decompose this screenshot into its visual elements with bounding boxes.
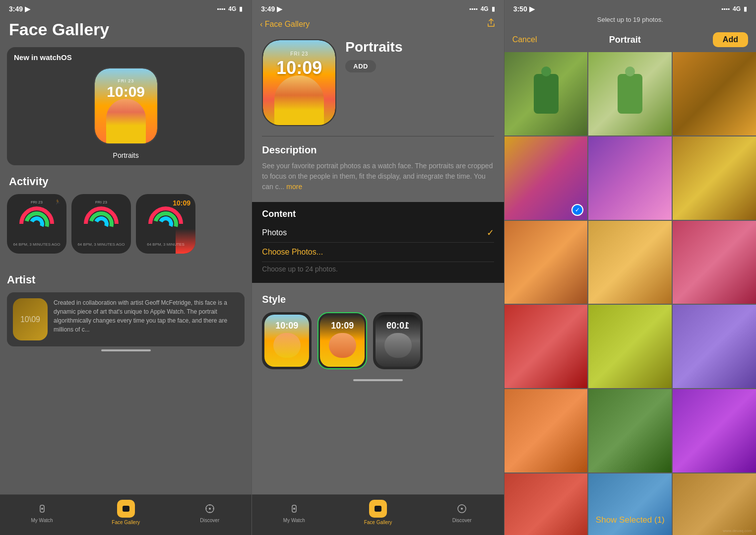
photo-cell-1[interactable] <box>504 52 588 135</box>
description-text: See your favorite portrait photos as a w… <box>252 159 504 198</box>
nav-facegallery-label-1: Face Gallery <box>112 520 140 525</box>
activity-rings-1 <box>19 206 54 241</box>
photo-cell-10[interactable] <box>504 305 588 388</box>
photo-cell-7[interactable] <box>504 221 588 304</box>
nav-facegallery-label-2: Face Gallery <box>364 520 392 525</box>
p3-add-button[interactable]: Add <box>713 32 748 47</box>
artist-section-title: Artist <box>7 264 245 292</box>
artist-card[interactable]: 10\09 Created in collaboration with arti… <box>7 292 245 346</box>
activity-rings-2 <box>84 206 119 241</box>
location-icon-3: ▶ <box>529 5 535 13</box>
panel-photo-picker: 3:50 ▶ ▪▪▪▪ 4G ▮ Select up to 19 photos.… <box>504 0 756 535</box>
svg-point-1 <box>41 508 43 510</box>
scroll-indicator-2 <box>353 379 403 381</box>
content-title: Content <box>262 209 494 219</box>
nav-discover-label-1: Discover <box>200 518 219 523</box>
activity-row: FRI 23 🏃 64 BPM, 3 MINUTES AGO FRI 23 64… <box>0 194 252 254</box>
status-bar-1: 3:49 ▶ ▪▪▪▪ 4G ▮ <box>0 0 252 16</box>
signal-icon: ▪▪▪▪ <box>217 5 225 12</box>
battery-icon-3: ▮ <box>744 5 747 12</box>
style-watch-2[interactable]: 10:09 <box>317 312 367 369</box>
style-title: Style <box>262 294 494 305</box>
discover-icon-1 <box>203 502 217 516</box>
p3-header: Cancel Portrait Add <box>504 28 756 52</box>
signal-icon-3: ▪▪▪▪ <box>721 5 730 12</box>
photo-cell-15[interactable] <box>673 389 756 472</box>
battery-icon-2: ▮ <box>492 5 495 12</box>
svg-point-3 <box>125 508 127 510</box>
nav-mywatch-label-2: My Watch <box>283 518 305 523</box>
svg-point-5 <box>209 508 211 510</box>
watermark: www.deuaq.com <box>723 529 752 533</box>
artist-section: Artist 10\09 Created in collaboration wi… <box>0 254 252 346</box>
back-button[interactable]: ‹ Face Gallery <box>260 20 310 29</box>
chevron-left-icon: ‹ <box>260 20 262 29</box>
status-icons-1: ▪▪▪▪ 4G ▮ <box>217 5 243 12</box>
photo-cell-12[interactable] <box>673 305 756 388</box>
nav-mywatch-2[interactable]: My Watch <box>279 502 309 523</box>
nav-discover-2[interactable]: Discover <box>447 502 477 523</box>
style-watch-3[interactable]: 10:09 <box>373 312 423 369</box>
photo-cell-13[interactable] <box>504 389 588 472</box>
photos-option-row[interactable]: Photos ✓ <box>262 223 494 242</box>
show-selected-button[interactable]: Show Selected (1) <box>504 515 756 525</box>
p2-title-area: Portraits ADD <box>345 39 402 72</box>
photos-option: Photos <box>262 228 287 237</box>
activity-section-title: Activity <box>0 165 252 194</box>
photo-cell-3[interactable] <box>673 52 756 135</box>
photo-cell-5[interactable] <box>588 136 672 220</box>
page-title-1: Face Gallery <box>0 16 252 47</box>
activity-watch-1[interactable]: FRI 23 🏃 64 BPM, 3 MINUTES AGO <box>7 194 66 254</box>
svg-point-13 <box>377 508 379 510</box>
featured-label: New in watchOS <box>7 47 245 66</box>
featured-name: Portraits <box>7 148 245 159</box>
nav-mywatch-label-1: My Watch <box>31 518 53 523</box>
selected-badge: ✓ <box>571 204 583 216</box>
back-label: Face Gallery <box>265 20 310 29</box>
nav-discover-label-2: Discover <box>452 518 472 523</box>
scroll-indicator-1 <box>101 349 151 351</box>
photo-cell-16[interactable] <box>504 473 588 535</box>
nav-facegallery-2[interactable]: Face Gallery <box>363 500 393 525</box>
nav-mywatch-1[interactable]: My Watch <box>27 502 57 523</box>
watch-person <box>95 95 157 143</box>
photo-cell-6[interactable] <box>673 136 756 220</box>
panel-portraits-detail: 3:49 ▶ ▪▪▪▪ 4G ▮ ‹ Face Gallery FRI 23 1… <box>252 0 504 535</box>
activity-watch-2[interactable]: FRI 23 64 BPM, 3 MINUTES AGO <box>71 194 131 254</box>
bottom-nav-1: My Watch Face Gallery <box>0 494 252 535</box>
facegallery-icon-1 <box>117 500 135 518</box>
nav-discover-1[interactable]: Discover <box>195 502 225 523</box>
choose-photos-link[interactable]: Choose Photos... <box>262 243 494 262</box>
more-link[interactable]: more <box>286 183 302 191</box>
share-button[interactable] <box>486 18 496 30</box>
nav-facegallery-1[interactable]: Face Gallery <box>111 500 141 525</box>
photo-cell-17[interactable] <box>588 473 672 535</box>
content-section: Content Photos ✓ Choose Photos... Choose… <box>252 202 504 283</box>
add-button[interactable]: ADD <box>345 60 376 72</box>
photo-cell-2[interactable] <box>588 52 672 135</box>
status-time-1: 3:49 ▶ <box>9 5 30 13</box>
location-icon: ▶ <box>25 5 30 13</box>
choose-hint: Choose up to 24 photos. <box>262 262 494 276</box>
p3-subtitle: Select up to 19 photos. <box>504 16 756 28</box>
p2-watch-face: FRI 23 10:09 <box>262 39 336 126</box>
watch-face-preview: FRI 23 10:09 <box>94 67 158 144</box>
photo-cell-18[interactable] <box>673 473 756 535</box>
photo-cell-8[interactable] <box>588 221 672 304</box>
activity-watch-3[interactable]: 10:09 64 BPM, 3 MINUTES <box>136 194 195 254</box>
style-watch-1[interactable]: 10:09 <box>262 312 312 369</box>
photo-cell-9[interactable] <box>673 221 756 304</box>
artist-description: Created in collaboration with artist Geo… <box>54 298 239 334</box>
location-icon-2: ▶ <box>277 5 282 13</box>
cancel-button[interactable]: Cancel <box>512 35 537 44</box>
p2-navigation: ‹ Face Gallery <box>252 16 504 34</box>
photo-cell-14[interactable] <box>588 389 672 472</box>
featured-card[interactable]: New in watchOS FRI 23 10:09 Portraits <box>7 47 245 165</box>
p2-watch-face-title: Portraits <box>345 39 402 55</box>
photo-cell-4[interactable]: ✓ <box>504 136 588 220</box>
status-bar-2: 3:49 ▶ ▪▪▪▪ 4G ▮ <box>252 0 504 16</box>
run-icon: 🏃 <box>55 199 61 204</box>
photo-cell-11[interactable] <box>588 305 672 388</box>
activity-time-1: 64 BPM, 3 MINUTES AGO <box>13 242 60 247</box>
p3-title: Portrait <box>609 35 641 45</box>
